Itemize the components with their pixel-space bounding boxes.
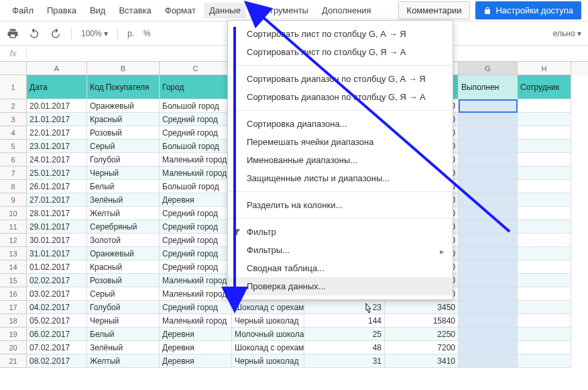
cell[interactable]: 02.02.2017 bbox=[27, 274, 87, 287]
cell[interactable]: 2250 bbox=[385, 328, 459, 341]
cell[interactable]: 29.01.2017 bbox=[27, 220, 87, 234]
comments-button[interactable]: Комментарии bbox=[398, 1, 471, 19]
row-header[interactable]: 10 bbox=[0, 207, 27, 220]
cell[interactable]: Розовый bbox=[87, 126, 160, 140]
cell[interactable]: Средний город bbox=[160, 301, 232, 314]
cell[interactable] bbox=[518, 341, 571, 354]
cell[interactable]: Средний город bbox=[160, 207, 232, 220]
row-header[interactable]: 20 bbox=[0, 341, 27, 354]
cell[interactable]: Шоколад с орехами bbox=[232, 301, 304, 314]
cell[interactable] bbox=[459, 260, 518, 274]
cell[interactable]: 23 bbox=[304, 301, 385, 314]
menu-data-validation[interactable]: Проверка данных... bbox=[228, 277, 453, 295]
cell[interactable] bbox=[518, 301, 571, 314]
row-header[interactable]: 1 bbox=[0, 75, 27, 99]
share-button[interactable]: Настройки доступа bbox=[475, 1, 581, 19]
cell[interactable]: 31 bbox=[304, 354, 385, 368]
cell[interactable] bbox=[459, 354, 518, 368]
cell[interactable]: Маленький город bbox=[160, 314, 232, 328]
cell[interactable]: Маленький город bbox=[160, 287, 232, 301]
cell[interactable] bbox=[459, 301, 518, 314]
row-header[interactable]: 14 bbox=[0, 260, 27, 274]
row-header[interactable]: 12 bbox=[0, 234, 27, 247]
cell[interactable]: Шоколад с орехами bbox=[232, 341, 304, 354]
cell[interactable] bbox=[518, 99, 571, 113]
cell[interactable]: 05.02.2017 bbox=[27, 314, 87, 328]
cell[interactable] bbox=[518, 274, 571, 287]
row-header[interactable]: 15 bbox=[0, 274, 27, 287]
cell[interactable]: Золотой bbox=[87, 234, 160, 247]
cell[interactable] bbox=[459, 247, 518, 260]
menu-edit[interactable]: Правка bbox=[42, 3, 82, 18]
header-cell[interactable]: Дата bbox=[27, 75, 87, 99]
cell[interactable]: Деревня bbox=[160, 193, 232, 207]
cell[interactable]: Черный bbox=[87, 166, 160, 180]
row-header[interactable]: 7 bbox=[0, 166, 27, 180]
menu-insert[interactable]: Вставка bbox=[113, 3, 156, 18]
cell[interactable]: Желтый bbox=[87, 354, 160, 368]
row-header[interactable]: 13 bbox=[0, 247, 27, 260]
redo-icon[interactable] bbox=[50, 28, 62, 40]
cell[interactable]: Деревня bbox=[160, 341, 232, 354]
menu-data[interactable]: Данные bbox=[204, 3, 246, 18]
cell[interactable]: 04.02.2017 bbox=[27, 301, 87, 314]
percent-format[interactable]: % bbox=[143, 29, 151, 38]
row-header[interactable]: 3 bbox=[0, 113, 27, 126]
cell[interactable] bbox=[459, 113, 518, 126]
cell[interactable]: Маленький город bbox=[160, 166, 232, 180]
cell[interactable] bbox=[518, 287, 571, 301]
cell[interactable]: Зелёный bbox=[87, 193, 160, 207]
cell[interactable] bbox=[459, 234, 518, 247]
cell[interactable]: Маленький город bbox=[160, 153, 232, 166]
cell[interactable] bbox=[518, 113, 571, 126]
cell[interactable]: Голубой bbox=[87, 153, 160, 166]
cell[interactable]: 23.01.2017 bbox=[27, 140, 87, 153]
menu-sort-sheet-za[interactable]: Сортировать лист по столбцу G, Я → А bbox=[228, 43, 453, 61]
cell[interactable]: 7200 bbox=[385, 341, 459, 354]
row-header[interactable]: 18 bbox=[0, 314, 27, 328]
row-header[interactable]: 9 bbox=[0, 193, 27, 207]
menu-split-columns[interactable]: Разделить на колонки... bbox=[228, 196, 453, 214]
cell[interactable] bbox=[518, 328, 571, 341]
cell[interactable] bbox=[518, 314, 571, 328]
cell[interactable] bbox=[459, 126, 518, 140]
cell[interactable]: Белый bbox=[87, 180, 160, 193]
toolbar-truncated[interactable]: ельно ▾ bbox=[553, 29, 581, 38]
cell[interactable]: Желтый bbox=[87, 207, 160, 220]
cell[interactable]: 27.01.2017 bbox=[27, 193, 87, 207]
zoom-level[interactable]: 100% ▾ bbox=[81, 29, 108, 38]
cell[interactable]: 30.01.2017 bbox=[27, 234, 87, 247]
cell[interactable]: 07.02.2017 bbox=[27, 341, 87, 354]
header-cell[interactable]: Выполнен bbox=[459, 75, 518, 99]
cell[interactable]: 25.01.2017 bbox=[27, 166, 87, 180]
cell[interactable]: 25 bbox=[304, 328, 385, 341]
cell[interactable] bbox=[459, 220, 518, 234]
cell[interactable]: Голубой bbox=[87, 301, 160, 314]
cell[interactable] bbox=[459, 166, 518, 180]
cell[interactable] bbox=[459, 287, 518, 301]
cell[interactable]: 03.02.2017 bbox=[27, 287, 87, 301]
cell[interactable]: 20.01.2017 bbox=[27, 99, 87, 113]
cell[interactable]: Оранжевый bbox=[87, 99, 160, 113]
cell[interactable] bbox=[459, 341, 518, 354]
cell[interactable] bbox=[518, 354, 571, 368]
menu-filter-views[interactable]: Фильтры...▸ bbox=[228, 241, 453, 259]
cell[interactable]: Черный шоколад bbox=[232, 354, 304, 368]
cell[interactable]: Большой город bbox=[160, 99, 232, 113]
cell[interactable]: Серый bbox=[87, 140, 160, 153]
menu-file[interactable]: Файл bbox=[7, 3, 39, 18]
cell[interactable]: Белый bbox=[87, 328, 160, 341]
cell[interactable]: Красный bbox=[87, 260, 160, 274]
cell[interactable] bbox=[459, 99, 518, 113]
col-header-H[interactable]: H bbox=[518, 62, 571, 75]
cell[interactable]: Черный шоколад bbox=[232, 314, 304, 328]
cell[interactable] bbox=[459, 153, 518, 166]
cell[interactable]: Черный bbox=[87, 314, 160, 328]
cell[interactable]: Средний город bbox=[160, 234, 232, 247]
cell[interactable]: Большой город bbox=[160, 140, 232, 153]
cell[interactable] bbox=[518, 247, 571, 260]
row-header[interactable]: 16 bbox=[0, 287, 27, 301]
menu-named-ranges[interactable]: Именованные диапазоны... bbox=[228, 151, 453, 169]
print-icon[interactable] bbox=[7, 28, 19, 40]
cell[interactable] bbox=[518, 220, 571, 234]
